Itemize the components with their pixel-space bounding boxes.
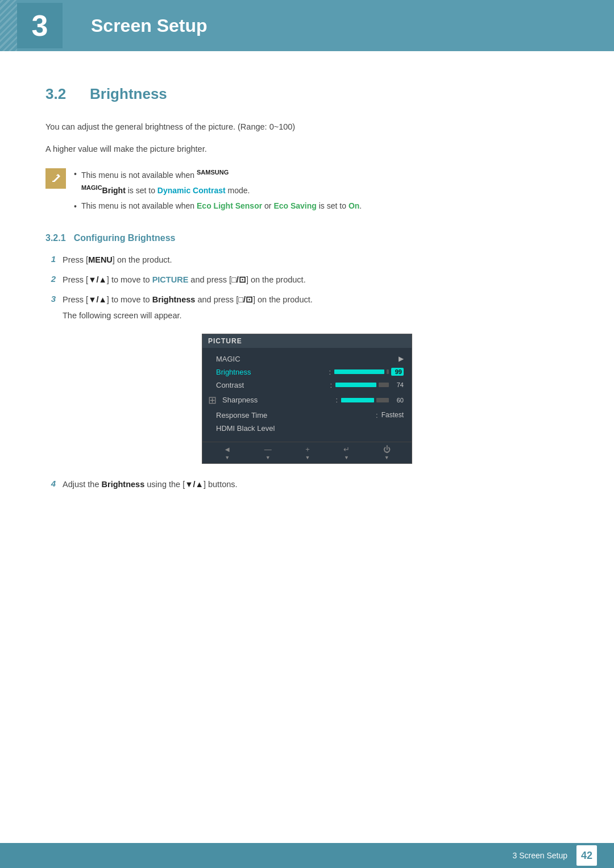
subsection-title: Configuring Brightness (74, 233, 176, 243)
chapter-number: 3 (17, 3, 63, 48)
menu-mockup-wrapper: PICTURE MAGIC ▶ Brightness : 99 (45, 334, 569, 464)
magic-arrow: ▶ (399, 355, 404, 363)
menu-item-sharpness: Sharpness : 60 (222, 393, 412, 406)
step-1-number: 1 (45, 254, 56, 264)
on-value: On (349, 201, 359, 210)
step-1-text: Press [MENU] on the product. (63, 254, 172, 267)
step-3-text: Press [▼/▲] to move to Brightness and pr… (63, 293, 313, 322)
menu-bottom-bar: ◄ ▼ — ▼ + ▼ ↵ ▼ ⏻ ▼ (202, 442, 412, 463)
sharpness-bar-empty (376, 398, 389, 402)
magic-label: MAGIC (216, 355, 399, 363)
step-3-subtext: The following screen will appear. (63, 309, 313, 322)
steps-list: 1 Press [MENU] on the product. 2 Press [… (45, 254, 569, 322)
contrast-menu-label: Contrast (216, 381, 326, 389)
subsection-heading: 3.2.1 Configuring Brightness (45, 233, 569, 243)
picture-label: PICTURE (152, 275, 189, 284)
eco-saving: Eco Saving (273, 201, 316, 210)
menu-icon-plus: + ▼ (305, 445, 310, 460)
menu-icon-enter: ↵ ▼ (343, 445, 350, 460)
note-box: This menu is not available when SAMSUNGM… (45, 167, 569, 216)
subsection-number: 3.2.1 (45, 233, 66, 243)
body-text-1: You can adjust the general brightness of… (45, 120, 569, 134)
contrast-value: 74 (391, 381, 404, 388)
step-4-number: 4 (45, 479, 56, 488)
contrast-bar: 74 (335, 381, 404, 388)
menu-item-hdmi: HDMI Black Level (202, 422, 412, 435)
step-2-text: Press [▼/▲] to move to PICTURE and press… (63, 273, 306, 286)
step-3: 3 Press [▼/▲] to move to Brightness and … (45, 293, 569, 322)
sharpness-bar: 60 (341, 397, 404, 404)
menu-item-magic: MAGIC ▶ (202, 352, 412, 366)
response-value: Fastest (381, 411, 404, 419)
contrast-bar-filled (335, 383, 376, 387)
sharpness-row-wrapper: ⊞ Sharpness : 60 (202, 392, 412, 409)
dynamic-contrast: Dynamic Contrast (157, 185, 226, 194)
eco-light-sensor: Eco Light Sensor (197, 201, 262, 210)
sharpness-value: 60 (391, 397, 404, 404)
main-content: 3.2 Brightness You can adjust the genera… (0, 51, 614, 543)
menu-icon-power: ⏻ ▼ (383, 445, 391, 460)
menu-item-response: Response Time : Fastest (202, 409, 412, 422)
section-heading: 3.2 Brightness (45, 85, 569, 103)
step-1: 1 Press [MENU] on the product. (45, 254, 569, 267)
step-4: 4 Adjust the Brightness using the [▼/▲] … (45, 478, 569, 491)
header-pattern (0, 0, 17, 51)
page-number: 42 (576, 845, 597, 866)
section-title: Brightness (90, 85, 167, 103)
pencil-icon (50, 173, 61, 184)
step-2-number: 2 (45, 274, 56, 284)
menu-mockup: PICTURE MAGIC ▶ Brightness : 99 (202, 334, 412, 464)
menu-items: MAGIC ▶ Brightness : 99 (202, 348, 412, 439)
menu-item-brightness: Brightness : 99 (202, 366, 412, 379)
chapter-header: 3 Screen Setup (0, 0, 614, 51)
step-4-text: Adjust the Brightness using the [▼/▲] bu… (63, 478, 238, 491)
menu-icon-left: ◄ ▼ (223, 445, 231, 460)
note-content: This menu is not available when SAMSUNGM… (74, 167, 569, 216)
brightness-bar-empty (387, 369, 389, 374)
brightness-menu-label: Brightness (216, 368, 325, 376)
note-bullet-1: This menu is not available when SAMSUNGM… (74, 167, 569, 197)
hdmi-menu-label: HDMI Black Level (216, 424, 404, 433)
menu-icon-minus: — ▼ (264, 445, 272, 460)
step-2: 2 Press [▼/▲] to move to PICTURE and pre… (45, 273, 569, 286)
note-bullet-2: This menu is not available when Eco Ligh… (74, 200, 569, 214)
brightness-value: 99 (391, 368, 404, 376)
sharpness-bar-filled (341, 398, 374, 402)
brightness-bar: 99 (334, 368, 404, 376)
step-3-number: 3 (45, 294, 56, 304)
response-menu-label: Response Time (216, 411, 372, 420)
section-number: 3.2 (45, 85, 80, 103)
side-icon: ⊞ (208, 394, 217, 406)
menu-title-bar: PICTURE (202, 334, 412, 348)
footer-text: 3 Screen Setup (512, 851, 567, 860)
menu-item-contrast: Contrast : 74 (202, 379, 412, 392)
brightness-bar-filled (334, 369, 384, 374)
body-text-2: A higher value will make the picture bri… (45, 142, 569, 156)
contrast-bar-empty (379, 383, 389, 387)
sharpness-menu-label: Sharpness (222, 396, 332, 404)
note-icon (45, 168, 66, 189)
page-footer: 3 Screen Setup 42 (0, 843, 614, 868)
chapter-title: Screen Setup (91, 15, 208, 36)
bright-label: Bright (102, 185, 126, 194)
